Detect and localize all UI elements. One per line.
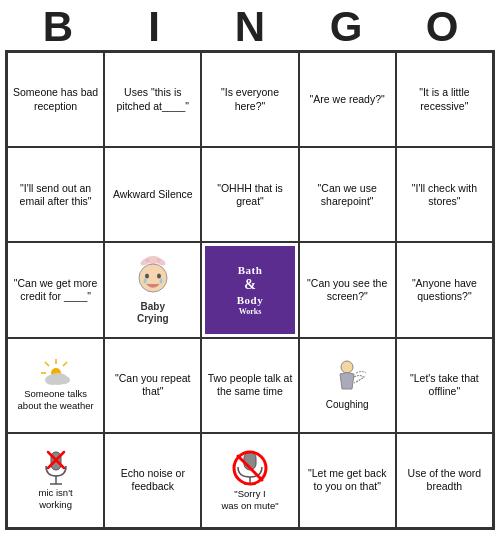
svg-point-5 [157,273,161,278]
svg-point-3 [139,264,167,292]
cell-label-r1c3: "Is everyone here?" [205,86,294,112]
bingo-cell-r3c5: "Anyone have questions?" [396,242,493,337]
bingo-cell-r5c3: "Sorry Iwas on mute" [201,433,298,528]
bingo-cell-r1c3: "Is everyone here?" [201,52,298,147]
cell-label-r4c3: Two people talk at the same time [205,372,294,398]
bingo-cell-r2c5: "I'll check with stores" [396,147,493,242]
bingo-letter-n: N [206,6,294,48]
cell-label-r1c5: "It is a little recessive" [400,86,489,112]
svg-point-6 [143,278,146,283]
bingo-letter-g: G [302,6,390,48]
bingo-cell-r2c4: "Can we use sharepoint" [299,147,396,242]
bingo-letter-b: B [14,6,102,48]
mute-visual [231,449,269,487]
mic-icon [40,450,72,486]
cell-label-r3c4: "Can you see the screen?" [303,277,392,303]
bingo-cell-r4c2: "Can you repeat that" [104,338,201,433]
bath-body-works-logo: Bath & Body Works [205,246,294,333]
cell-label-r5c4: "Let me get back to you on that" [303,467,392,493]
cell-label-r1c4: "Are we ready?" [310,93,385,106]
bingo-cell-r4c4: Coughing [299,338,396,433]
bingo-cell-r5c2: Echo noise or feedback [104,433,201,528]
cell-label-r3c5: "Anyone have questions?" [400,277,489,303]
baby-crying-icon [123,254,183,299]
cough-label: Coughing [326,399,369,412]
svg-line-9 [45,362,49,366]
bingo-cell-r3c3: Bath & Body Works [201,242,298,337]
cell-label-r2c1: "I'll send out an email after this" [11,182,100,208]
bingo-cell-r4c3: Two people talk at the same time [201,338,298,433]
bath-ampersand: & [244,277,256,294]
cough-icon [322,359,372,399]
bingo-letter-o: O [398,6,486,48]
bingo-letter-i: I [110,6,198,48]
cell-label-r5c2: Echo noise or feedback [108,467,197,493]
svg-point-15 [58,376,70,384]
bingo-cell-r4c5: "Let's take that offline" [396,338,493,433]
cell-label-r3c1: "Can we get more credit for ____" [11,277,100,303]
mic-label: mic isn'tworking [39,487,73,511]
bath-line2: Body [237,294,263,307]
svg-point-4 [145,273,149,278]
bingo-cell-r3c4: "Can you see the screen?" [299,242,396,337]
bingo-grid: Someone has bad receptionUses "this is p… [5,50,495,530]
bingo-cell-r2c2: Awkward Silence [104,147,201,242]
cell-label-r2c3: "OHHH that is great" [205,182,294,208]
bingo-cell-r3c2: BabyCrying [104,242,201,337]
bingo-cell-r4c1: Someone talksabout the weather [7,338,104,433]
cell-label-r2c4: "Can we use sharepoint" [303,182,392,208]
cell-label-r2c2: Awkward Silence [113,188,193,201]
bingo-cell-r5c1: mic isn'tworking [7,433,104,528]
cell-label-r5c5: Use of the word breadth [400,467,489,493]
cell-label-r4c2: "Can you repeat that" [108,372,197,398]
svg-line-11 [63,362,67,366]
bingo-cell-r1c2: Uses "this is pitched at____" [104,52,201,147]
bingo-cell-r2c1: "I'll send out an email after this" [7,147,104,242]
baby-crying-label: BabyCrying [137,301,169,326]
bingo-cell-r3c1: "Can we get more credit for ____" [7,242,104,337]
svg-point-14 [45,375,59,385]
cell-label-r1c1: Someone has bad reception [11,86,100,112]
bingo-cell-r1c5: "It is a little recessive" [396,52,493,147]
weather-label: Someone talksabout the weather [18,388,94,412]
bath-line3: Works [239,307,262,317]
cell-label-r2c5: "I'll check with stores" [400,182,489,208]
cell-label-r4c5: "Let's take that offline" [400,372,489,398]
bingo-cell-r5c4: "Let me get back to you on that" [299,433,396,528]
mute-label: "Sorry Iwas on mute" [221,488,278,512]
bath-line1: Bath [238,264,263,277]
bingo-cell-r5c5: Use of the word breadth [396,433,493,528]
cell-label-r1c2: Uses "this is pitched at____" [108,86,197,112]
weather-icon [36,359,76,387]
bingo-cell-r1c1: Someone has bad reception [7,52,104,147]
svg-point-7 [159,278,162,283]
mute-mic-icon [231,449,269,487]
bingo-cell-r2c3: "OHHH that is great" [201,147,298,242]
bingo-cell-r1c4: "Are we ready?" [299,52,396,147]
bingo-header: BINGO [10,0,490,50]
svg-point-16 [341,361,353,373]
